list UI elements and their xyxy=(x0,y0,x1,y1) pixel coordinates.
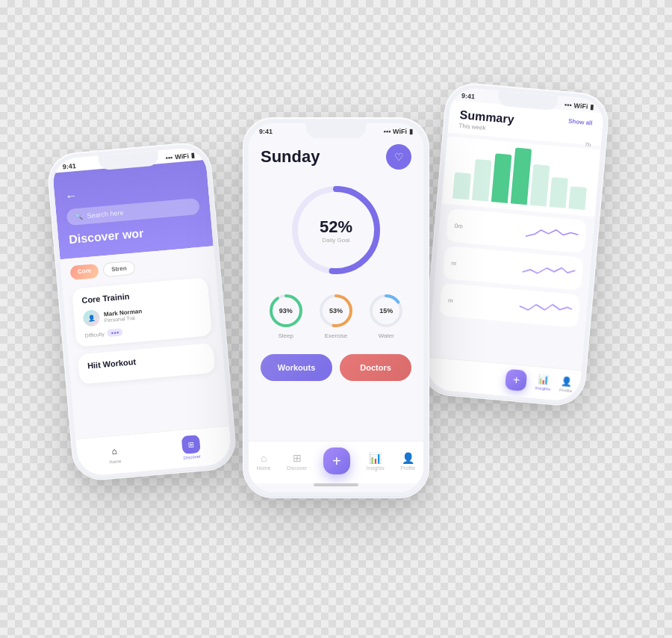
center-home-label: Home xyxy=(257,465,271,471)
circle-sub: Daily Goal xyxy=(320,237,352,244)
nav-discover[interactable]: ⊞ Discover xyxy=(181,435,202,460)
center-nav-insights[interactable]: 📊 Insights xyxy=(367,452,385,471)
center-discover-icon: ⊞ xyxy=(293,452,302,464)
chip-strength[interactable]: Stren xyxy=(102,261,135,278)
discover-icon: ⊞ xyxy=(181,435,201,454)
center-nav-discover[interactable]: ⊞ Discover xyxy=(287,452,307,471)
sparkline-2 xyxy=(522,258,576,284)
left-content: 9:41 ▪▪▪ WiFi ▮ ← 🔍 Search here Discover… xyxy=(52,146,232,477)
home-icon: ⌂ xyxy=(107,444,122,459)
center-wifi-icon: WiFi xyxy=(393,128,407,135)
difficulty-badge: ●●● xyxy=(107,328,123,337)
right-profile-label: Profile xyxy=(559,388,572,393)
water-ring: 15% xyxy=(367,292,405,329)
center-home-icon: ⌂ xyxy=(261,452,267,464)
scene: 9:41 ▪▪▪ WiFi ▮ ← 🔍 Search here Discover… xyxy=(45,28,627,610)
bar-fill-7 xyxy=(568,186,587,210)
insights-icon: 📊 xyxy=(538,374,550,385)
trainer-info: Mark Norman Personal Trai xyxy=(104,308,143,323)
center-profile-icon: 👤 xyxy=(402,452,414,464)
center-header: Sunday ♡ xyxy=(249,137,423,174)
summary-title: Summary This week xyxy=(458,108,514,134)
right-nav-profile[interactable]: 👤 Profile xyxy=(559,376,573,393)
bar-fill-4 xyxy=(511,148,532,205)
signal-icon: ▪▪▪ xyxy=(165,154,172,162)
water-value: 15% xyxy=(379,307,393,315)
circle-pct: 52% xyxy=(320,217,352,237)
bar-6 xyxy=(550,177,568,208)
bar-fill-5 xyxy=(530,164,550,207)
stat-water: 15% Water xyxy=(367,292,405,339)
left-header: ← 🔍 Search here Discover wor xyxy=(52,160,213,260)
header-health-button[interactable]: ♡ xyxy=(386,144,411,170)
right-wifi-icon: WiFi xyxy=(573,102,588,111)
center-time: 9:41 xyxy=(259,128,273,135)
right-insights-label: Insights xyxy=(535,385,550,391)
search-placeholder: Search here xyxy=(87,209,124,220)
center-fab-button[interactable]: + xyxy=(323,447,350,474)
right-phone-inner: 9:41 ▪▪▪ WiFi ▮ Summary This week Show a… xyxy=(426,87,606,402)
stats-row: 93% Sleep 53% Exercise xyxy=(249,285,423,347)
difficulty-label: Difficulty xyxy=(84,331,105,338)
workout-2-title: Hiit Workout xyxy=(87,351,205,371)
left-status-icons: ▪▪▪ WiFi ▮ xyxy=(165,152,195,161)
doctors-button[interactable]: Doctors xyxy=(340,354,411,381)
bar-5 xyxy=(530,164,550,207)
circle-text: 52% Daily Goal xyxy=(320,217,352,244)
nav-home[interactable]: ⌂ Home xyxy=(107,444,122,464)
exercise-value: 53% xyxy=(329,307,343,315)
right-battery-icon: ▮ xyxy=(590,103,594,111)
workouts-button[interactable]: Workouts xyxy=(261,354,332,381)
left-body: Core Stren Core Trainin 👤 Mark Norman Pe… xyxy=(60,246,229,439)
bar-fill-2 xyxy=(472,159,492,202)
metric-label-1: 0m xyxy=(454,222,463,229)
fab-button-right[interactable]: + xyxy=(505,369,527,391)
bar-7 xyxy=(568,186,587,210)
center-insights-label: Insights xyxy=(367,465,385,471)
bar-2 xyxy=(472,159,492,202)
bar-fill-3 xyxy=(491,153,512,203)
right-content: 9:41 ▪▪▪ WiFi ▮ Summary This week Show a… xyxy=(426,87,606,402)
center-nav-profile[interactable]: 👤 Profile xyxy=(400,452,415,471)
sparkline-3 xyxy=(519,296,573,321)
bar-1 xyxy=(452,173,471,200)
center-insights-icon: 📊 xyxy=(369,452,382,464)
bar-4 xyxy=(511,148,532,205)
center-discover-label: Discover xyxy=(287,465,307,471)
water-label: Water xyxy=(379,332,394,339)
nav-discover-label: Discover xyxy=(183,454,201,460)
right-phone: 9:41 ▪▪▪ WiFi ▮ Summary This week Show a… xyxy=(420,81,611,408)
bar-fill-6 xyxy=(550,177,568,208)
workout-card-1[interactable]: Core Trainin 👤 Mark Norman Personal Trai… xyxy=(72,277,212,347)
search-icon: 🔍 xyxy=(74,212,83,220)
metric-card-3: m xyxy=(439,283,580,328)
center-notch xyxy=(306,123,366,138)
show-all-link[interactable]: Show all xyxy=(568,118,593,127)
workout-card-2[interactable]: Hiit Workout xyxy=(78,343,216,385)
center-nav-home[interactable]: ⌂ Home xyxy=(257,452,271,471)
profile-icon: 👤 xyxy=(561,376,573,387)
chip-core[interactable]: Core xyxy=(69,264,99,280)
circle-progress: 52% Daily Goal xyxy=(287,182,385,279)
right-status-icons: ▪▪▪ WiFi ▮ xyxy=(564,101,594,111)
wifi-icon: WiFi xyxy=(175,152,190,161)
sparkline-1 xyxy=(525,221,579,247)
health-icon: ♡ xyxy=(394,151,404,163)
exercise-ring: 53% xyxy=(317,292,355,329)
center-status-icons: ▪▪▪ WiFi ▮ xyxy=(384,128,414,135)
metric-card-1: 0m xyxy=(446,208,587,253)
sleep-value: 93% xyxy=(279,307,293,315)
stat-exercise: 53% Exercise xyxy=(317,292,355,339)
bar-3 xyxy=(491,153,512,203)
metric-label-3: m xyxy=(448,297,453,304)
center-profile-label: Profile xyxy=(400,465,415,471)
metrics-list: 0m m m xyxy=(428,203,594,370)
left-phone-inner: 9:41 ▪▪▪ WiFi ▮ ← 🔍 Search here Discover… xyxy=(52,146,232,477)
right-time: 9:41 xyxy=(461,92,476,101)
bar-fill-1 xyxy=(452,173,471,200)
search-bar[interactable]: 🔍 Search here xyxy=(66,198,200,226)
stat-sleep: 93% Sleep xyxy=(267,292,305,339)
left-time: 9:41 xyxy=(62,162,76,171)
right-nav-insights[interactable]: 📊 Insights xyxy=(535,374,552,391)
center-phone: 9:41 ▪▪▪ WiFi ▮ Sunday ♡ xyxy=(243,117,429,498)
